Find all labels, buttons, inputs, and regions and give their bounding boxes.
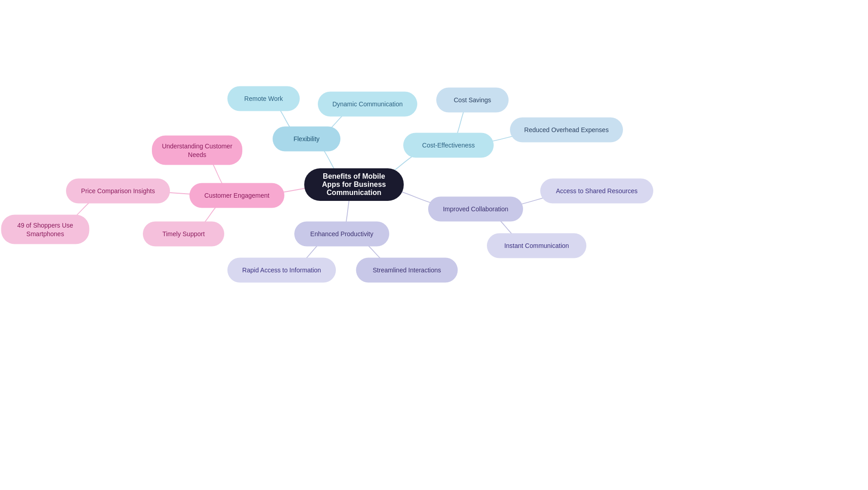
node-streamlined-interactions: Streamlined Interactions <box>356 258 458 283</box>
node-improved-collaboration: Improved Collaboration <box>428 197 523 222</box>
node-cost-effectiveness: Cost-Effectiveness <box>403 133 494 158</box>
node-cost-savings: Cost Savings <box>436 88 509 113</box>
node-dynamic-communication: Dynamic Communication <box>318 92 417 117</box>
node-remote-work: Remote Work <box>227 86 300 111</box>
node-instant-communication: Instant Communication <box>487 233 586 258</box>
mind-map: Benefits of Mobile Apps for Business Com… <box>0 0 868 490</box>
node-rapid-access: Rapid Access to Information <box>227 258 336 283</box>
node-understanding-customer: Understanding Customer Needs <box>152 136 242 165</box>
node-smartphones: 49 of Shoppers Use Smartphones <box>1 215 90 244</box>
node-customer-engagement: Customer Engagement <box>189 183 284 208</box>
node-flexibility: Flexibility <box>273 127 340 152</box>
node-enhanced-productivity: Enhanced Productivity <box>294 222 389 247</box>
node-reduced-overhead: Reduced Overhead Expenses <box>510 118 623 143</box>
connections-svg <box>0 0 868 490</box>
node-access-shared: Access to Shared Resources <box>540 179 653 204</box>
node-timely-support: Timely Support <box>143 222 224 247</box>
center-node: Benefits of Mobile Apps for Business Com… <box>304 168 404 201</box>
node-price-comparison: Price Comparison Insights <box>66 179 170 204</box>
